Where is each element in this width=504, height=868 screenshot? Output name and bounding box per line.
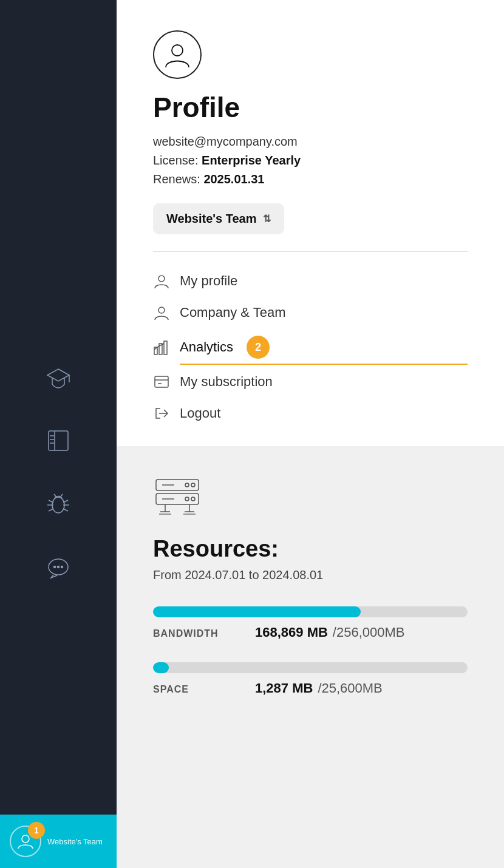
- analytics-badge: 2: [247, 336, 270, 359]
- svg-point-7: [52, 497, 64, 513]
- team-selector[interactable]: Website's Team ⇅: [153, 203, 284, 234]
- nav-item-my-profile[interactable]: My profile: [153, 266, 468, 296]
- svg-point-11: [54, 566, 56, 568]
- svg-rect-21: [155, 376, 168, 387]
- team-selector-label: Website's Team: [166, 212, 257, 226]
- nav-item-my-subscription[interactable]: My subscription: [153, 367, 468, 396]
- bandwidth-label: BANDWIDTH: [153, 628, 250, 639]
- nav-label-analytics: Analytics: [180, 339, 233, 355]
- svg-rect-2: [49, 431, 68, 450]
- chat-icon[interactable]: [45, 554, 72, 580]
- resources-title: Resources:: [153, 536, 468, 562]
- nav-label-logout: Logout: [180, 405, 220, 421]
- profile-section: Profile website@mycompany.com License: E…: [117, 0, 504, 266]
- space-progress-bg: [153, 662, 468, 673]
- bandwidth-progress-bg: [153, 606, 468, 617]
- svg-point-30: [185, 497, 189, 501]
- svg-rect-20: [164, 341, 167, 354]
- svg-point-27: [191, 483, 195, 487]
- svg-point-28: [185, 483, 189, 487]
- main-content: Profile website@mycompany.com License: E…: [117, 0, 504, 868]
- resources-section: Resources: From 2024.07.01 to 2024.08.01…: [117, 446, 504, 868]
- nav-label-company-team: Company & Team: [180, 305, 285, 320]
- nav-item-analytics[interactable]: Analytics 2: [153, 330, 468, 365]
- svg-point-17: [158, 307, 165, 313]
- svg-point-12: [58, 566, 60, 568]
- renews-label: Renews:: [153, 172, 200, 186]
- avatar: 1: [10, 826, 41, 857]
- nav-label-my-profile: My profile: [180, 273, 237, 289]
- svg-line-9: [61, 494, 63, 497]
- sidebar-nav: [45, 364, 72, 580]
- svg-point-29: [191, 497, 195, 501]
- sidebar-team-label: Website's Team: [47, 837, 103, 846]
- svg-point-16: [158, 276, 165, 282]
- graduation-icon[interactable]: [45, 364, 72, 391]
- nav-item-company-team[interactable]: Company & Team: [153, 298, 468, 327]
- svg-point-15: [172, 45, 183, 56]
- profile-avatar-icon: [153, 30, 202, 79]
- resources-date: From 2024.07.01 to 2024.08.01: [153, 568, 468, 582]
- license-value: Enterprise Yearly: [202, 154, 301, 167]
- bandwidth-row: BANDWIDTH 168,869 MB /256,000MB: [153, 606, 468, 640]
- bandwidth-total: /256,000MB: [333, 625, 405, 640]
- bandwidth-used: 168,869 MB: [255, 625, 328, 640]
- svg-point-13: [61, 566, 63, 568]
- profile-license: License: Enterprise Yearly: [153, 154, 468, 168]
- space-total: /25,600MB: [318, 680, 382, 696]
- space-row: SPACE 1,287 MB /25,600MB: [153, 662, 468, 696]
- book-icon[interactable]: [45, 427, 72, 454]
- bug-icon[interactable]: [45, 490, 72, 517]
- space-used: 1,287 MB: [255, 680, 313, 696]
- renews-value: 2025.01.31: [203, 172, 264, 186]
- nav-menu: My profile Company & Team Analytics 2: [117, 266, 504, 446]
- sidebar-team-button[interactable]: 1 Website's Team: [0, 815, 117, 868]
- svg-marker-0: [47, 369, 69, 381]
- bandwidth-progress-fill: [153, 606, 361, 617]
- license-label: License:: [153, 154, 199, 167]
- nav-label-my-subscription: My subscription: [180, 374, 273, 390]
- notification-badge: 1: [28, 822, 45, 839]
- profile-title: Profile: [153, 91, 468, 124]
- space-label: SPACE: [153, 684, 250, 695]
- space-progress-fill: [153, 662, 169, 673]
- sidebar: 1 Website's Team: [0, 0, 117, 868]
- chevron-updown-icon: ⇅: [263, 213, 271, 225]
- svg-line-8: [54, 494, 56, 497]
- server-icon: [153, 476, 468, 521]
- divider: [153, 251, 468, 252]
- nav-item-logout[interactable]: Logout: [153, 399, 468, 428]
- profile-email: website@mycompany.com: [153, 135, 468, 149]
- profile-renews: Renews: 2025.01.31: [153, 172, 468, 186]
- svg-point-14: [22, 835, 29, 843]
